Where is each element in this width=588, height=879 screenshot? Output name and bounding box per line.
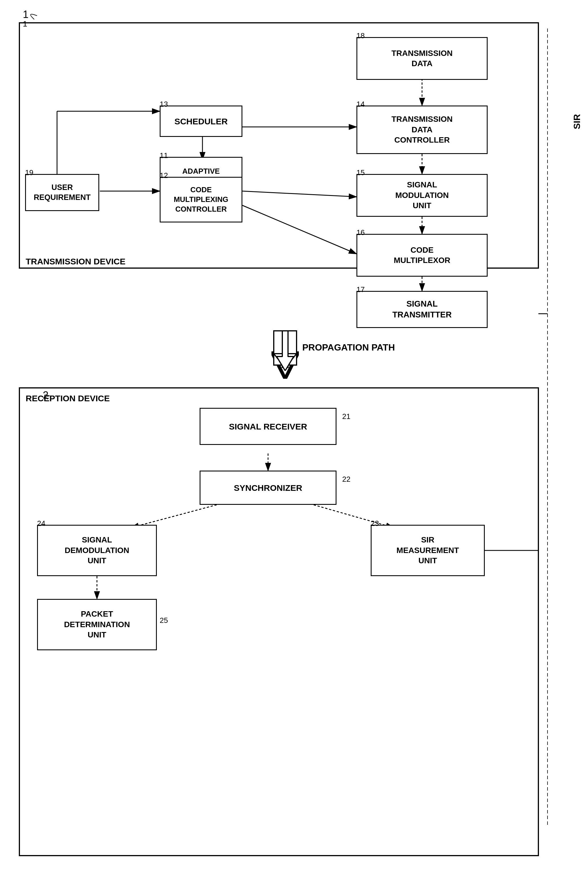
transmission-device-label: TRANSMISSION DEVICE	[26, 256, 126, 266]
code-multiplexor-block: CODEMULTIPLEXOR	[357, 234, 488, 277]
ref-18: 18	[357, 32, 365, 40]
ref-23: 23	[371, 519, 379, 528]
user-requirement-block: USERREQUIREMENT	[25, 174, 99, 211]
ref-11: 11	[160, 151, 168, 160]
propagation-open-arrow	[277, 331, 294, 371]
svg-line-10	[242, 206, 357, 254]
scheduler-block: SCHEDULER	[160, 105, 242, 137]
ref-22: 22	[342, 475, 351, 484]
ref-12: 12	[160, 171, 168, 180]
ref-14: 14	[357, 100, 365, 109]
ref-25: 25	[160, 616, 168, 625]
ref-15: 15	[357, 168, 365, 177]
svg-line-9	[242, 191, 357, 197]
reception-device-label: RECEPTION DEVICE	[26, 394, 110, 403]
signal-transmitter-block: SIGNALTRANSMITTER	[357, 291, 488, 328]
svg-line-23	[314, 505, 393, 528]
diagram-container: 1 TRANSMISSION DEVICE 1 TRANSMISSIONDATA…	[0, 0, 588, 879]
signal-modulation-unit-block: SIGNALMODULATIONUNIT	[357, 174, 488, 217]
transmission-data-block: TRANSMISSIONDATA	[357, 37, 488, 80]
signal-demodulation-unit-block: SIGNALDEMODULATIONUNIT	[37, 525, 157, 576]
signal-receiver-block: SIGNAL RECEIVER	[200, 408, 336, 445]
ref-21: 21	[342, 412, 351, 421]
ref-16: 16	[357, 228, 365, 237]
ref-17: 17	[357, 285, 365, 294]
propagation-path-label: PROPAGATION PATH	[302, 342, 395, 353]
transmission-data-controller-block: TRANSMISSIONDATACONTROLLER	[357, 105, 488, 154]
sir-measurement-unit-block: SIRMEASUREMENTUNIT	[371, 525, 485, 576]
packet-determination-unit-block: PACKETDETERMINATIONUNIT	[37, 599, 157, 650]
ref-19: 19	[25, 168, 33, 177]
fig1-ref: 1	[23, 9, 28, 21]
ref-1: 1	[23, 20, 27, 28]
code-multiplexing-controller-block: CODEMULTIPLEXINGCONTROLLER	[160, 177, 242, 222]
synchronizer-block: SYNCHRONIZER	[200, 471, 336, 505]
svg-line-22	[131, 505, 217, 528]
ref-13: 13	[160, 100, 168, 109]
sir-label: SIR	[572, 114, 582, 129]
ref-24: 24	[37, 519, 45, 528]
